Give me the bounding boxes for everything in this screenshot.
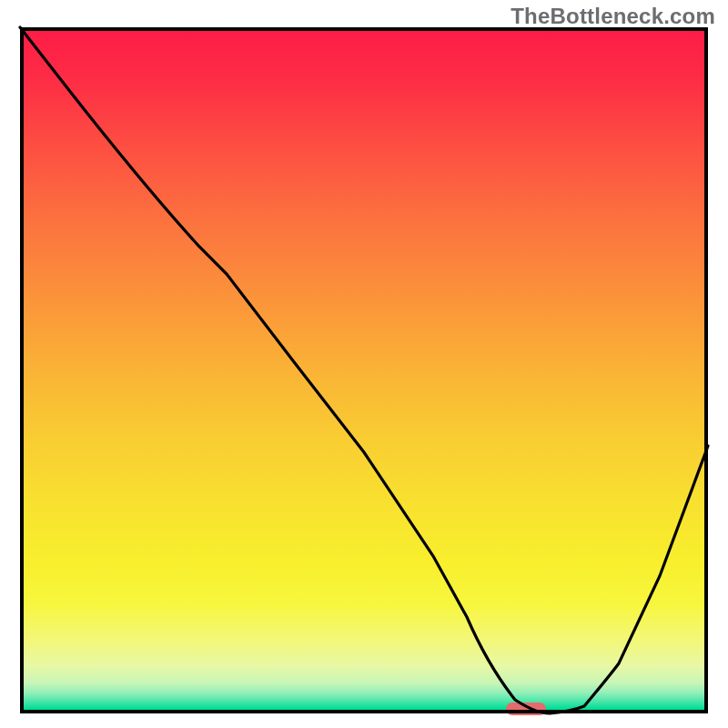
curve-svg: [20, 27, 708, 713]
watermark-text: TheBottleneck.com: [511, 4, 715, 29]
bottleneck-curve-path: [20, 27, 708, 713]
plot-area: [20, 27, 708, 713]
chart-stage: TheBottleneck.com: [0, 0, 728, 728]
